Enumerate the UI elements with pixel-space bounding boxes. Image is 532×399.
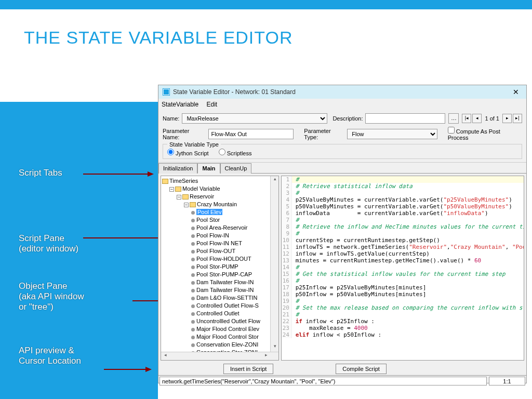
tree-leaf[interactable]: Dam Tailwater Flow-IN [162,286,277,294]
folder-icon [162,179,168,184]
api-preview-box: network.getTimeSeries("Reservoir","Crazy… [159,377,487,385]
arrowhead-icon [148,171,154,177]
form-row-name: Name: MaxRelease Description: … |◂ ◂ 1 o… [163,113,522,124]
sv-type-radio-scriptless[interactable] [219,149,225,155]
dot-icon [191,281,195,285]
object-tree-panel[interactable]: TimeSeries −Model Variable −Reservoir −C… [161,176,279,361]
tree-node-modelvariable[interactable]: −Model Variable [162,185,277,193]
annotation-script-tabs: Script Tabs [19,168,62,178]
dot-icon [191,258,195,261]
annotation-object-pane: Object Pane (aka API window or "tree") [19,281,84,312]
folder-icon [190,202,196,207]
folder-icon [175,187,181,192]
form-row-param: Parameter Name: Parameter Type: Flow Com… [163,127,522,141]
collapse-icon[interactable]: − [184,203,189,207]
dot-icon [191,343,195,347]
tree-leaf[interactable]: Dam Tailwater Flow-IN [162,278,277,286]
tree-node-reservoir[interactable]: −Reservoir [162,193,277,201]
dot-icon [191,242,195,246]
tree-leaf[interactable]: Dam L&O Flow-SETTIN [162,294,277,302]
tree-leaf[interactable]: Uncontrollled Outlet Flow [162,317,277,325]
tree-leaf[interactable]: Pool Flow-IN NET [162,240,277,247]
titlebar[interactable]: State Variable Editor - Network: 01 Stan… [158,85,526,99]
annotation-api-preview: API preview & Cursor Location [19,345,81,366]
ellipsis-button[interactable]: … [448,113,459,124]
arrowhead-icon [145,367,152,372]
dot-icon [191,328,195,331]
tree-leaf[interactable]: Pool Flow-IN [162,232,277,240]
button-row: Insert in Script Compile Script [158,363,526,375]
nav-first-icon[interactable]: |◂ [462,114,471,123]
folder-icon [182,194,189,200]
sv-type-radio-jython[interactable] [167,149,174,155]
tree-leaf[interactable]: Major Flood Control Stor [162,333,277,341]
statusbar: network.getTimeSeries("Reservoir","Crazy… [158,375,526,387]
pager-nav: |◂ ◂ 1 of 1 ▸ ▸| [462,114,522,123]
tab-initialization[interactable]: Initialization [158,163,197,174]
nav-last-icon[interactable]: ▸| [513,114,522,123]
dot-icon [191,219,195,222]
menu-edit[interactable]: Edit [207,101,218,108]
state-variable-type-group: State Variable Type Jython Script Script… [163,144,522,159]
app-icon [163,88,170,96]
nav-prev-icon[interactable]: ◂ [472,114,482,123]
menubar: StateVariable Edit [158,99,526,110]
compute-checkbox-label[interactable]: Compute As Post Process [448,127,520,141]
tree-leaf[interactable]: Controlled Outlet [162,310,277,317]
collapse-icon[interactable]: − [169,187,174,192]
description-input[interactable] [365,113,445,124]
sv-type-scriptless[interactable]: Scriptless [219,150,252,156]
dot-icon [191,265,195,269]
window-title: State Variable Editor - Network: 01 Stan… [173,85,510,99]
arrow [104,369,145,370]
tree-node-timeseries[interactable]: TimeSeries [162,177,277,185]
annotation-line: API preview & [19,345,81,356]
tree-leaf[interactable]: Pool Area-Reservoir [162,224,277,232]
tree-leaf[interactable]: Controlled Outlet Flow-S [162,302,277,310]
param-name-input[interactable] [208,129,294,139]
cursor-location-box: 1:1 [489,377,525,385]
annotation-line: Object Pane [19,281,84,291]
tab-cleanup[interactable]: CleanUp [220,163,252,174]
param-name-label: Parameter Name: [163,128,206,140]
annotation-line: or "tree") [19,302,84,312]
tree-leaf[interactable]: Conservation Elev-ZONI [162,341,277,349]
tree-leaf[interactable]: Major Flood Control Elev [162,325,277,333]
sv-type-jython[interactable]: Jython Script [167,150,209,156]
param-type-label: Parameter Type: [304,128,344,140]
dot-icon [191,297,195,300]
tree-leaf[interactable]: Pool Flow-HOLDOUT [162,255,277,263]
menu-statevariable[interactable]: StateVariable [162,101,198,108]
tree-scrollbar-h[interactable] [161,352,278,360]
collapse-icon[interactable]: − [177,195,181,200]
dot-icon [191,304,195,308]
name-label: Name: [163,115,179,122]
compile-script-button[interactable]: Compile Script [336,364,387,374]
compute-checkbox[interactable] [448,127,455,134]
param-type-dropdown[interactable]: Flow [347,129,437,139]
dot-icon [191,273,195,277]
arrow [83,174,148,175]
tree-leaf[interactable]: Pool Flow-OUT [162,247,277,255]
annotation-line: (editor window) [19,244,78,254]
tree-node-crazymountain[interactable]: −Crazy Mountain [162,201,277,208]
sv-type-legend: State Variable Type [167,141,221,148]
close-icon[interactable]: ✕ [510,85,522,99]
insert-in-script-button[interactable]: Insert in Script [223,364,273,374]
annotation-panel: Script Tabs Script Pane (editor window) … [0,102,158,399]
tree-leaf[interactable]: Pool Stor-PUMP [162,263,277,271]
dot-icon [191,250,195,254]
name-dropdown[interactable]: MaxRelease [182,113,327,124]
tree-leaf[interactable]: Pool Stor [162,216,277,224]
nav-next-icon[interactable]: ▸ [502,114,512,123]
tree-scrollbar-v[interactable] [270,176,278,352]
dot-icon [191,320,195,324]
annotation-line: Script Pane [19,233,78,244]
tab-main[interactable]: Main [197,163,220,174]
slide-top-bar [0,0,532,9]
dot-icon [191,336,195,339]
dot-icon [191,211,195,215]
tree-leaf[interactable]: Pool Stor-PUMP-CAP [162,271,277,278]
tree-leaf[interactable]: Pool Elev [162,208,277,216]
script-editor-panel[interactable]: 1 # 2 # Retrieve statistical inflow data… [281,176,524,361]
